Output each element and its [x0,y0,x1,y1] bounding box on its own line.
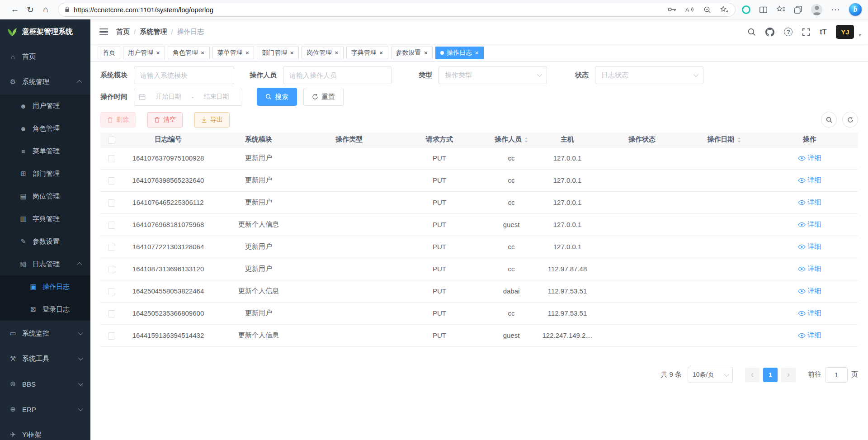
add-favorite-icon[interactable] [720,6,729,13]
fullscreen-icon[interactable] [802,28,810,36]
address-bar[interactable]: https://ccnetcore.com:1101/system/log/op… [58,3,736,17]
password-key-icon[interactable] [668,7,676,12]
select-all-checkbox[interactable] [108,137,115,144]
view-tab[interactable]: 操作日志 × [435,47,484,59]
sidebar-item[interactable]: ⊞ 部门管理 [0,162,90,185]
sidebar-item[interactable]: ⚙ 系统管理 [0,69,90,95]
view-tab[interactable]: 首页 [98,47,120,59]
font-size-icon[interactable]: tT [820,28,826,36]
sidebar-item[interactable]: ⚒ 系统工具 [0,346,90,371]
breadcrumb-item[interactable]: 首页 [116,28,130,36]
view-tab[interactable]: 部门管理 × [257,47,299,59]
refresh-icon[interactable]: ↻ [24,3,37,16]
detail-link[interactable]: 详细 [798,242,821,251]
help-icon[interactable]: ? [784,28,793,36]
hamburger-menu-icon[interactable] [99,28,108,36]
goto-page-input[interactable] [825,367,848,383]
user-avatar[interactable]: YJ [836,25,854,39]
chevron-down-icon[interactable]: ▾ [858,32,861,38]
sidebar-item[interactable]: ≡ 菜单管理 [0,140,90,162]
sidebar-item[interactable]: ⌂ 首页 [0,44,90,69]
end-date-placeholder[interactable]: 结束日期 [195,93,237,101]
page-size-select[interactable]: 10条/页 [688,367,733,383]
sidebar-item[interactable]: ⊠ 登录日志 [0,298,90,321]
reset-button[interactable]: 重置 [303,88,344,106]
sidebar-item[interactable]: ⊕ BBS [0,371,90,397]
github-icon[interactable] [765,28,774,37]
export-button[interactable]: 导出 [194,112,230,128]
operator-input[interactable] [283,66,392,84]
sidebar-item[interactable]: ▭ 系统监控 [0,321,90,346]
zoom-out-icon[interactable] [703,6,711,14]
tab-close-icon[interactable]: × [379,49,383,56]
more-options-icon[interactable]: ⋯ [831,4,840,15]
sort-icon[interactable] [524,137,528,142]
refresh-table-button[interactable] [842,112,858,128]
tab-close-icon[interactable]: × [201,49,205,56]
module-input[interactable] [134,66,234,84]
sort-icon[interactable] [737,137,741,142]
view-tab[interactable]: 菜单管理 × [212,47,255,59]
sidebar-item[interactable]: ▧ 日志管理 [0,253,90,275]
row-checkbox[interactable] [108,222,115,229]
delete-button[interactable]: 删除 [100,112,136,128]
row-checkbox[interactable] [108,310,115,317]
favorites-icon[interactable] [776,5,785,14]
url-text[interactable]: https://ccnetcore.com:1101/system/log/op… [74,6,213,14]
view-tab[interactable]: 角色管理 × [168,47,210,59]
row-checkbox[interactable] [108,177,115,185]
view-tab[interactable]: 字典管理 × [346,47,388,59]
detail-link[interactable]: 详细 [798,176,821,185]
back-icon[interactable]: ← [8,3,22,16]
view-tab[interactable]: 岗位管理 × [302,47,344,59]
detail-link[interactable]: 详细 [798,198,821,207]
profile-avatar[interactable] [811,4,822,15]
row-checkbox[interactable] [108,155,115,162]
next-page-button[interactable]: › [781,368,796,382]
sidebar-item[interactable]: ▣ 操作日志 [0,275,90,298]
view-tab[interactable]: 用户管理 × [123,47,165,59]
tab-close-icon[interactable]: × [156,49,160,56]
current-page-button[interactable]: 1 [763,368,778,382]
split-screen-icon[interactable] [759,5,768,14]
bing-chat-icon[interactable]: b [849,3,862,16]
toggle-search-button[interactable] [821,112,837,128]
sidebar-item[interactable]: ▤ 岗位管理 [0,185,90,208]
breadcrumb-item[interactable]: 系统管理 [140,28,167,36]
home-icon[interactable]: ⌂ [39,3,52,16]
row-checkbox[interactable] [108,332,115,340]
sidebar-item[interactable]: ▥ 字典管理 [0,208,90,230]
detail-link[interactable]: 详细 [798,154,821,162]
clear-button[interactable]: 清空 [147,112,183,128]
status-select[interactable]: 日志状态 [595,66,703,84]
type-select[interactable]: 操作类型 [439,66,547,84]
sidebar-item[interactable]: ⊕ ERP [0,397,90,422]
detail-link[interactable]: 详细 [798,331,821,340]
sidebar-item[interactable]: ✈ Yi框架 [0,422,90,440]
sidebar-item[interactable]: ☻ 角色管理 [0,117,90,140]
tab-close-icon[interactable]: × [424,49,428,56]
detail-link[interactable]: 详细 [798,287,821,295]
sidebar-item[interactable]: ☻ 用户管理 [0,95,90,117]
collections-icon[interactable] [794,5,802,14]
search-button[interactable]: 搜索 [257,88,297,106]
read-aloud-icon[interactable]: A [685,6,694,13]
row-checkbox[interactable] [108,199,115,207]
tab-close-icon[interactable]: × [335,49,339,56]
view-tab[interactable]: 参数设置 × [391,47,433,59]
tab-close-icon[interactable]: × [475,49,479,56]
extension-icon[interactable] [742,5,750,14]
tab-close-icon[interactable]: × [290,49,294,56]
tab-close-icon[interactable]: × [245,49,250,56]
row-checkbox[interactable] [108,244,115,251]
sidebar-item[interactable]: ✎ 参数设置 [0,230,90,253]
row-checkbox[interactable] [108,266,115,273]
detail-link[interactable]: 详细 [798,220,821,229]
detail-link[interactable]: 详细 [798,309,821,317]
start-date-placeholder[interactable]: 开始日期 [147,93,189,101]
detail-link[interactable]: 详细 [798,265,821,273]
search-icon[interactable] [747,28,756,36]
row-checkbox[interactable] [108,288,115,295]
prev-page-button[interactable]: ‹ [745,368,760,382]
date-range-picker[interactable]: 开始日期 - 结束日期 [134,88,242,106]
